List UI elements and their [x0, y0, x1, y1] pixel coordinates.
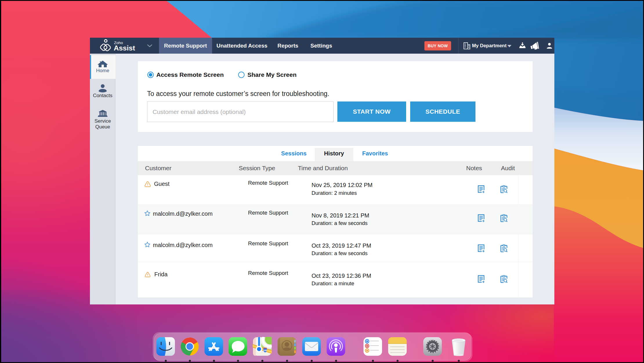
svg-text:Assist: Assist	[114, 44, 135, 52]
svg-text:280: 280	[263, 349, 267, 352]
